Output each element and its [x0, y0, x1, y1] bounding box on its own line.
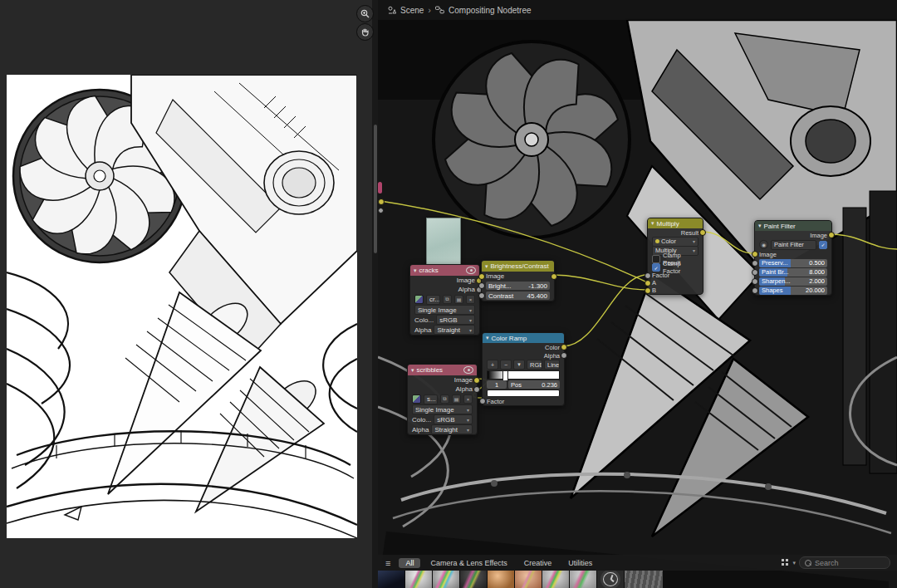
copy-image-icon[interactable]: ⧉: [443, 295, 452, 304]
image-source-dropdown[interactable]: Single Image: [414, 305, 475, 315]
socket-alpha-output[interactable]: [561, 352, 567, 359]
clamp-result-checkbox[interactable]: [652, 255, 660, 263]
clamp-factor-checkbox[interactable]: ✓: [652, 263, 660, 272]
node-multiply[interactable]: ▾ Multiply Result Color Multiply Clamp R…: [647, 218, 703, 295]
collapse-icon[interactable]: ▾: [485, 263, 488, 270]
open-image-icon[interactable]: ▤: [452, 394, 461, 404]
tab-utilities[interactable]: Utilities: [561, 558, 599, 568]
preserve-slider[interactable]: Preserv...0.500: [759, 259, 827, 267]
node-cracks-header[interactable]: ▾ cracks: [410, 265, 479, 276]
collapsed-node-edge[interactable]: [378, 182, 382, 194]
eye-icon[interactable]: [466, 267, 476, 274]
collapse-icon[interactable]: ▾: [651, 220, 654, 227]
image-source-dropdown[interactable]: Single Image: [412, 404, 473, 414]
socket-image-input[interactable]: [478, 273, 485, 280]
asset-thumb-preview-sphere-bars[interactable]: [433, 571, 459, 588]
node-scribbles-header[interactable]: ▾ scribbles: [408, 365, 477, 375]
stop-position-field[interactable]: Pos0.236: [508, 380, 560, 389]
shelf-menu-icon[interactable]: ≡: [378, 558, 399, 568]
compositor-node-editor[interactable]: Scene › Compositing Nodetree: [378, 0, 897, 588]
socket-factor-input[interactable]: [479, 398, 486, 404]
collapse-icon[interactable]: ▾: [411, 367, 414, 374]
node-cracks[interactable]: ▾ cracks Image Alpha cr... ⧉ ▤ × Single …: [409, 264, 480, 336]
interpolation-dropdown[interactable]: Linear: [544, 360, 560, 370]
alpha-mode-dropdown[interactable]: Straight: [431, 424, 473, 434]
eye-icon[interactable]: [463, 366, 473, 374]
socket-render-alpha-output[interactable]: [378, 208, 384, 213]
asset-thumb-preview-sphere-bars-3[interactable]: [570, 571, 596, 588]
lineart-render-canvas[interactable]: [7, 75, 357, 538]
nodegroup-icon[interactable]: ◉: [759, 240, 768, 249]
socket-image-output[interactable]: [551, 273, 557, 280]
asset-thumb-clock-preview[interactable]: [597, 571, 624, 588]
nodegroup-name-field[interactable]: Paint Filter: [771, 240, 816, 250]
tab-camera-lens-effects[interactable]: Camera & Lens Effects: [424, 558, 513, 568]
shapes-slider[interactable]: Shapes20.000: [759, 287, 827, 295]
asset-thumb-preview-spheres-tan[interactable]: [488, 571, 514, 588]
socket-preserve-input[interactable]: [752, 260, 758, 267]
collapse-icon[interactable]: ▾: [486, 335, 489, 341]
collapse-icon[interactable]: ▾: [758, 223, 762, 229]
asset-thumb-preview-sphere-bars-2[interactable]: [542, 571, 569, 588]
socket-contrast-input[interactable]: [478, 292, 485, 299]
sharpen-slider[interactable]: Sharpen...2.000: [759, 277, 827, 286]
socket-color-output[interactable]: [561, 344, 567, 350]
color-space-dropdown[interactable]: sRGB: [434, 414, 473, 424]
socket-alpha-output[interactable]: [473, 386, 480, 393]
node-multiply-header[interactable]: ▾ Multiply: [648, 218, 703, 228]
asset-thumb-preview-fabric-gray[interactable]: [625, 571, 663, 588]
viewer-scrollbar[interactable]: [374, 125, 377, 253]
tab-creative[interactable]: Creative: [517, 558, 559, 568]
pan-hand-button[interactable]: [356, 23, 374, 41]
socket-shapes-input[interactable]: [752, 287, 758, 294]
socket-bright-input[interactable]: [478, 282, 485, 289]
ramp-gradient[interactable]: [487, 370, 560, 380]
tab-all[interactable]: All: [399, 558, 420, 568]
image-browse-icon[interactable]: [412, 394, 421, 404]
socket-image-input[interactable]: [752, 251, 758, 257]
socket-paintbrush-input[interactable]: [752, 269, 758, 276]
node-paint-filter-header[interactable]: ▾ Paint Filter: [755, 221, 831, 231]
color-space-dropdown[interactable]: sRGB: [436, 315, 475, 325]
stop-color-swatch[interactable]: [487, 390, 560, 397]
node-color-ramp[interactable]: ▾ Color Ramp Color Alpha + − ▾ RGB Linea…: [482, 332, 565, 406]
display-mode-icon[interactable]: [782, 559, 789, 566]
display-mode-caret-icon[interactable]: ▾: [792, 560, 796, 566]
paint-filter-enable-checkbox[interactable]: ✓: [819, 241, 827, 249]
paint-brush-slider[interactable]: Paint Br...8.000: [759, 268, 827, 277]
node-color-ramp-header[interactable]: ▾ Color Ramp: [483, 333, 564, 343]
socket-image-output[interactable]: [828, 232, 835, 238]
unlink-image-icon[interactable]: ×: [463, 394, 473, 404]
node-scribbles[interactable]: ▾ scribbles Image Alpha s... ⧉ ▤ × Singl…: [407, 364, 478, 435]
zoom-in-button[interactable]: [356, 5, 374, 22]
copy-image-icon[interactable]: ⧉: [440, 394, 449, 404]
bright-field[interactable]: Bright...-1.300: [486, 282, 550, 290]
node-bc-header[interactable]: ▾ Brightness/Contrast: [482, 261, 554, 272]
ramp-options-button[interactable]: ▾: [513, 360, 525, 370]
image-name-field[interactable]: s...: [424, 394, 438, 404]
asset-thumb-preview-sphere-skin[interactable]: [515, 571, 542, 588]
asset-thumb-preview-night-scene[interactable]: [378, 571, 404, 588]
alpha-mode-dropdown[interactable]: Straight: [434, 325, 475, 335]
add-stop-button[interactable]: +: [487, 360, 498, 370]
image-name-field[interactable]: cr...: [426, 295, 440, 305]
socket-render-image-output[interactable]: [378, 198, 385, 205]
image-viewer-pane[interactable]: [0, 0, 372, 588]
asset-thumb-preview-sphere-rainbow[interactable]: [405, 571, 432, 588]
asset-search-input[interactable]: Search: [799, 556, 890, 569]
socket-sharpen-input[interactable]: [752, 278, 758, 285]
open-image-icon[interactable]: ▤: [454, 295, 463, 304]
socket-factor-input[interactable]: [645, 272, 651, 279]
image-browse-icon[interactable]: [414, 295, 424, 304]
node-paint-filter[interactable]: ▾ Paint Filter Image ◉ Paint Filter ✓ Im…: [754, 220, 832, 296]
socket-b-input[interactable]: [645, 287, 651, 294]
remove-stop-button[interactable]: −: [500, 360, 512, 370]
socket-result-output[interactable]: [699, 229, 706, 236]
asset-thumb-preview-sphere-dark[interactable]: [460, 571, 487, 588]
unlink-image-icon[interactable]: ×: [466, 295, 475, 304]
data-type-dropdown[interactable]: Color: [652, 237, 698, 247]
contrast-field[interactable]: Contrast45.400: [486, 292, 550, 300]
pane-divider[interactable]: [372, 0, 378, 588]
collapse-icon[interactable]: ▾: [414, 267, 417, 274]
color-mode-dropdown[interactable]: RGB: [527, 360, 542, 370]
